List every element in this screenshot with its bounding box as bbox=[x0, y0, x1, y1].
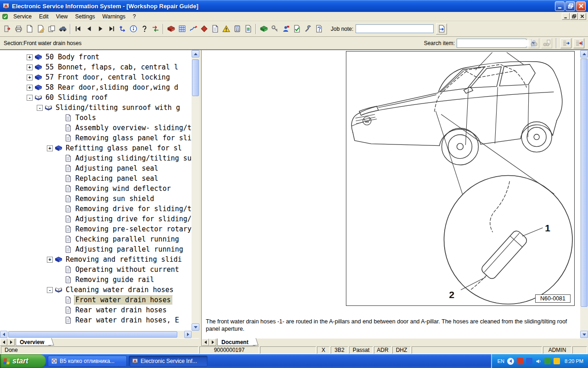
tree-item[interactable]: Removing pre-selector rotary bbox=[0, 224, 192, 234]
tree-item-selected[interactable]: Front water drain hoses bbox=[0, 295, 192, 305]
document-list-button[interactable] bbox=[209, 23, 220, 34]
tray-shield-icon[interactable] bbox=[544, 358, 551, 364]
scroll-right-button[interactable] bbox=[184, 331, 192, 338]
mdi-close-button[interactable] bbox=[578, 13, 586, 20]
scroll-down-button[interactable] bbox=[192, 323, 199, 331]
tab-scroll-right-button[interactable] bbox=[7, 339, 15, 346]
menu-view[interactable]: View bbox=[52, 12, 72, 21]
help-button[interactable] bbox=[139, 23, 150, 34]
tree-item[interactable]: +Removing and refitting slidi bbox=[0, 254, 192, 264]
job-note-edit-button[interactable] bbox=[436, 23, 447, 34]
tree-item[interactable]: Removing sun shield bbox=[0, 194, 192, 204]
tree-expander-icon[interactable]: - bbox=[27, 95, 33, 101]
calculation-button[interactable] bbox=[232, 23, 243, 34]
last-hit-button[interactable] bbox=[573, 38, 584, 48]
tree-item[interactable]: +Refitting glass panel for sl bbox=[0, 143, 192, 153]
exchange-button[interactable] bbox=[150, 23, 161, 34]
horizontal-scroll-thumb[interactable] bbox=[8, 331, 177, 338]
information-button[interactable] bbox=[128, 23, 139, 34]
tree-expander-icon[interactable]: + bbox=[27, 85, 33, 91]
maintenance-tables-button[interactable] bbox=[243, 23, 254, 34]
taskbar-task-browser[interactable]: B5 колко отливника... bbox=[48, 356, 127, 367]
search-button[interactable] bbox=[528, 38, 539, 48]
jump-back-button[interactable] bbox=[117, 23, 128, 34]
vehicle-identification-button[interactable] bbox=[57, 23, 68, 34]
exit-button[interactable] bbox=[2, 23, 13, 34]
tree-item[interactable]: +57 Front door, central locking bbox=[0, 72, 192, 82]
tree-item[interactable]: Removing glass panel for sli bbox=[0, 133, 192, 143]
tray-volume-icon[interactable] bbox=[535, 358, 542, 364]
technical-query-button[interactable] bbox=[313, 23, 324, 34]
vertical-scroll-thumb[interactable] bbox=[581, 58, 588, 307]
tree-expander-icon[interactable]: + bbox=[47, 257, 53, 263]
menu-help[interactable]: ? bbox=[129, 12, 140, 21]
edit-document-button[interactable] bbox=[35, 23, 46, 34]
vertical-scroll-thumb[interactable] bbox=[192, 59, 199, 96]
menu-service[interactable]: Service bbox=[10, 12, 35, 21]
menu-settings[interactable]: Settings bbox=[72, 12, 99, 21]
tray-messenger-icon[interactable] bbox=[526, 358, 532, 364]
scroll-left-button[interactable] bbox=[0, 331, 7, 338]
tab-scroll-left-button[interactable] bbox=[202, 339, 209, 346]
first-hit-button[interactable] bbox=[560, 38, 571, 48]
scroll-up-button[interactable] bbox=[192, 50, 199, 58]
next-document-button[interactable] bbox=[95, 23, 106, 34]
tab-scroll-left-button[interactable] bbox=[0, 339, 7, 346]
taskbar-task-esis[interactable]: Electronic Service Inf... bbox=[129, 356, 208, 367]
first-document-button[interactable] bbox=[73, 23, 84, 34]
mdi-minimize-button[interactable] bbox=[562, 13, 570, 20]
repair-manuals-button[interactable] bbox=[165, 23, 176, 34]
start-button[interactable]: start bbox=[0, 354, 46, 368]
flow-diagrams-button[interactable] bbox=[187, 23, 198, 34]
tree-item[interactable]: +58 Rear door,sliding door,wing d bbox=[0, 82, 192, 92]
new-document-button[interactable] bbox=[24, 23, 35, 34]
print-button[interactable] bbox=[13, 23, 24, 34]
tree-item[interactable]: Operating without current bbox=[0, 264, 192, 275]
tree-item[interactable]: Rear water drain hoses bbox=[0, 305, 192, 315]
scroll-up-button[interactable] bbox=[580, 50, 588, 58]
tree-item[interactable]: Adjusting sliding/tilting su bbox=[0, 153, 192, 163]
tree-item[interactable]: Adjusting parallel running bbox=[0, 244, 192, 254]
tree-horizontal-scrollbar[interactable] bbox=[0, 331, 192, 338]
tree-expander-icon[interactable]: + bbox=[27, 54, 33, 60]
tab-overview[interactable]: Overview bbox=[16, 339, 51, 346]
tree-item[interactable]: Adjusting drive for sliding/ bbox=[0, 214, 192, 224]
restore-button[interactable] bbox=[565, 1, 575, 11]
tree-expander-icon[interactable]: - bbox=[37, 105, 43, 111]
menu-warnings[interactable]: Warnings bbox=[99, 12, 129, 21]
hide-icons-chevron[interactable] bbox=[507, 358, 514, 365]
tree-item[interactable]: -60 Sliding roof bbox=[0, 92, 192, 103]
parts-catalogue-button[interactable] bbox=[176, 23, 187, 34]
copy-document-button[interactable] bbox=[46, 23, 57, 34]
language-indicator[interactable]: EN bbox=[498, 358, 504, 364]
warnings-button[interactable] bbox=[220, 23, 232, 34]
tree-expander-icon[interactable]: - bbox=[47, 287, 53, 293]
tree-item[interactable]: Removing drive for sliding/t bbox=[0, 204, 192, 214]
tree-item[interactable]: -Cleaning water drain hoses bbox=[0, 285, 192, 295]
mdi-restore-button[interactable] bbox=[570, 13, 578, 20]
customer-data-button[interactable] bbox=[280, 23, 291, 34]
last-document-button[interactable] bbox=[106, 23, 117, 34]
search-item-combobox[interactable] bbox=[457, 39, 526, 48]
close-button[interactable] bbox=[576, 1, 586, 11]
tray-antivirus-icon[interactable] bbox=[517, 358, 523, 364]
scroll-down-button[interactable] bbox=[580, 331, 588, 338]
tree-item[interactable]: Assembly overview- sliding/t bbox=[0, 123, 192, 133]
tree-item[interactable]: Removing wind deflector bbox=[0, 184, 192, 194]
tree-expander-icon[interactable]: + bbox=[47, 145, 53, 151]
menu-edit[interactable]: Edit bbox=[35, 12, 52, 21]
tab-scroll-right-button[interactable] bbox=[209, 339, 216, 346]
tree-item[interactable]: Replacing panel seal bbox=[0, 173, 192, 184]
tree-item[interactable]: +55 Bonnet, flaps, cab, central l bbox=[0, 62, 192, 72]
tree-item[interactable]: Rear water drain hoses, E bbox=[0, 315, 192, 325]
tree-vertical-scrollbar[interactable] bbox=[192, 50, 199, 331]
tab-document[interactable]: Document bbox=[217, 339, 255, 346]
tree-item[interactable]: Adjusting panel seal bbox=[0, 163, 192, 173]
tree-expander-icon[interactable]: + bbox=[27, 75, 33, 80]
technical-bulletins-button[interactable] bbox=[198, 23, 209, 34]
search-item-input[interactable] bbox=[457, 40, 531, 46]
minimize-button[interactable] bbox=[555, 1, 565, 11]
special-tools-button[interactable] bbox=[302, 23, 313, 34]
key-number-button[interactable] bbox=[269, 23, 280, 34]
tree-item[interactable]: -Sliding/tilting sunroof with g bbox=[0, 103, 192, 113]
